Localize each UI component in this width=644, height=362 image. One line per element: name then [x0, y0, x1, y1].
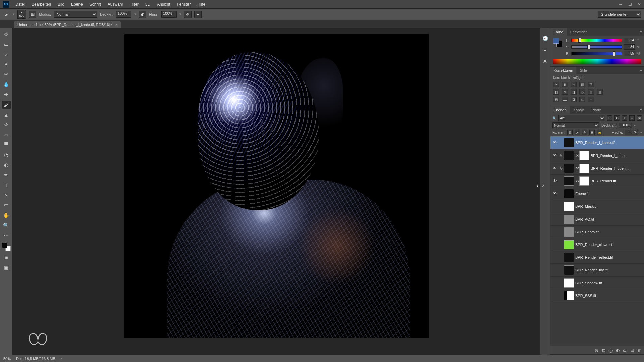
layer-row[interactable]: 👁BPR_AO.tif	[550, 213, 644, 226]
quickmask-icon[interactable]: ◙	[2, 253, 11, 261]
layer-thumb[interactable]	[564, 138, 574, 147]
visibility-toggle-icon[interactable]: 👁	[550, 178, 559, 183]
spectrum-ramp[interactable]	[553, 59, 641, 64]
layer-thumb[interactable]	[564, 215, 574, 224]
status-chevron-icon[interactable]: ▸	[61, 356, 63, 361]
layer-filter-select[interactable]: Art	[558, 115, 605, 121]
close-tab-icon[interactable]: ×	[115, 23, 117, 27]
layer-thumb[interactable]	[564, 189, 574, 198]
channel-mixer-icon[interactable]: ⊞	[588, 89, 594, 95]
tab-layers[interactable]: Ebenen	[550, 106, 570, 114]
photo-filter-icon[interactable]: ◎	[579, 89, 585, 95]
layer-row[interactable]: 👁BPR_Render_toy.tif	[550, 264, 644, 277]
add-mask-icon[interactable]: ◯	[608, 348, 613, 353]
lock-artboard-icon[interactable]: ▣	[589, 130, 595, 135]
close-button[interactable]: ✕	[635, 0, 644, 9]
marquee-tool-icon[interactable]: ▭	[2, 40, 11, 48]
mask-link-icon[interactable]: ⋈	[575, 179, 579, 183]
layer-name[interactable]: BPR_Depth.tif	[575, 230, 642, 234]
brush-tool-icon[interactable]: 🖌	[3, 11, 10, 18]
dodge-tool-icon[interactable]: ◐	[2, 161, 11, 169]
gradient-tool-icon[interactable]: ▀	[2, 141, 11, 149]
layer-thumb[interactable]	[564, 202, 574, 211]
zoom-tool-icon[interactable]: 🔍	[2, 221, 11, 229]
layer-thumb[interactable]	[564, 227, 574, 237]
curves-icon[interactable]: ∿	[571, 82, 577, 87]
visibility-toggle-icon[interactable]: 👁	[550, 140, 559, 145]
lock-position-icon[interactable]: ✥	[582, 130, 587, 135]
color-lookup-icon[interactable]: ▦	[597, 89, 603, 95]
layer-name[interactable]: BPR_Render_clown.tif	[575, 243, 642, 247]
flow-value[interactable]: 100%	[161, 11, 177, 18]
menu-ansicht[interactable]: Ansicht	[154, 0, 173, 9]
layer-name[interactable]: BPR_Render_toy.tif	[575, 268, 642, 272]
layer-name[interactable]: BPR_Mask.tif	[575, 204, 642, 208]
character-panel-icon[interactable]: A	[542, 58, 548, 64]
layer-fill-value[interactable]: 100%	[625, 130, 638, 135]
edit-toolbar-icon[interactable]: ⋯	[2, 231, 11, 239]
vibrance-icon[interactable]: ▽	[588, 82, 594, 87]
layer-row[interactable]: 👁BPR_Render_reflect.tif	[550, 251, 644, 264]
blend-mode-select[interactable]: Normal	[54, 11, 97, 18]
menu-ebene[interactable]: Ebene	[68, 0, 86, 9]
menu-filter[interactable]: Filter	[126, 0, 142, 9]
layer-fx-icon[interactable]: fx	[602, 348, 605, 353]
visibility-toggle-icon[interactable]: 👁	[550, 267, 559, 273]
hue-sat-icon[interactable]: ◧	[553, 89, 559, 95]
lock-paint-icon[interactable]: 🖌	[575, 130, 580, 135]
layer-name[interactable]: BPR_Render.tif	[591, 179, 642, 183]
bri-value[interactable]: 85	[624, 51, 635, 56]
layer-name[interactable]: BPR_SSS.tif	[575, 294, 642, 298]
visibility-toggle-icon[interactable]: 👁	[550, 204, 559, 209]
document-canvas[interactable]	[125, 34, 428, 338]
hue-slider[interactable]	[571, 39, 622, 42]
visibility-toggle-icon[interactable]: 👁	[550, 217, 559, 222]
layer-mask-thumb[interactable]	[579, 151, 589, 160]
invert-icon[interactable]: ◩	[553, 97, 559, 102]
filter-adjust-icon[interactable]: ◐	[614, 115, 620, 121]
menu-hilfe[interactable]: Hilfe	[194, 0, 209, 9]
exposure-icon[interactable]: ▤	[579, 82, 585, 87]
menu-bild[interactable]: Bild	[54, 0, 68, 9]
stamp-tool-icon[interactable]: ▲	[2, 111, 11, 119]
move-tool-icon[interactable]: ✥	[2, 30, 11, 38]
gradient-map-icon[interactable]: ▭	[579, 97, 585, 102]
hand-tool-icon[interactable]: ✋	[2, 211, 11, 219]
layer-name[interactable]: BPR_Render_l_kante.tif	[575, 141, 642, 145]
layer-row[interactable]: 👁BPR_Depth.tif	[550, 226, 644, 238]
color-balance-icon[interactable]: ⚖	[562, 89, 568, 95]
sat-value[interactable]: 34	[624, 44, 635, 50]
visibility-toggle-icon[interactable]: 👁	[550, 191, 559, 196]
bw-icon[interactable]: ◨	[571, 89, 577, 95]
pressure-size-icon[interactable]: ✒	[194, 11, 202, 18]
layer-row[interactable]: 👁BPR_SSS.tif	[550, 289, 644, 302]
layer-thumb[interactable]	[564, 151, 574, 160]
visibility-toggle-icon[interactable]: 👁	[550, 153, 559, 158]
delete-layer-icon[interactable]: 🗑	[637, 348, 641, 353]
new-layer-icon[interactable]: ▤	[630, 348, 634, 353]
layer-name[interactable]: BPR_Render_l_oben...	[591, 166, 642, 170]
threshold-icon[interactable]: ◪	[571, 97, 577, 102]
maximize-button[interactable]: ☐	[625, 0, 635, 9]
healing-brush-tool-icon[interactable]: ✚	[2, 90, 11, 99]
layer-name[interactable]: BPR_Shadow.tif	[575, 281, 642, 285]
eraser-tool-icon[interactable]: ▱	[2, 131, 11, 139]
tab-adjustments[interactable]: Korrekturen	[550, 67, 576, 74]
brush-tool-icon[interactable]: 🖌	[2, 101, 11, 109]
quick-select-tool-icon[interactable]: ✦	[2, 60, 11, 68]
posterize-icon[interactable]: ▬	[562, 97, 568, 102]
layer-name[interactable]: BPR_AO.tif	[575, 217, 642, 221]
minimize-button[interactable]: ─	[616, 0, 625, 9]
new-group-icon[interactable]: 🗀	[623, 348, 627, 353]
layer-mask-thumb[interactable]	[579, 164, 589, 173]
new-adjust-layer-icon[interactable]: ◐	[616, 348, 620, 353]
screenmode-icon[interactable]: ▣	[2, 263, 11, 272]
brush-preset-chip[interactable]: • 500	[17, 10, 26, 19]
panel-menu-icon[interactable]: ≡	[638, 68, 644, 72]
color-swatches[interactable]	[2, 243, 11, 251]
hue-value[interactable]: 214	[624, 38, 635, 43]
layer-name[interactable]: BPR_Render_l_unte...	[591, 154, 642, 158]
history-panel-icon[interactable]: 🕘	[542, 35, 548, 42]
history-brush-tool-icon[interactable]: ↺	[2, 121, 11, 129]
visibility-toggle-icon[interactable]: 👁	[550, 293, 559, 298]
